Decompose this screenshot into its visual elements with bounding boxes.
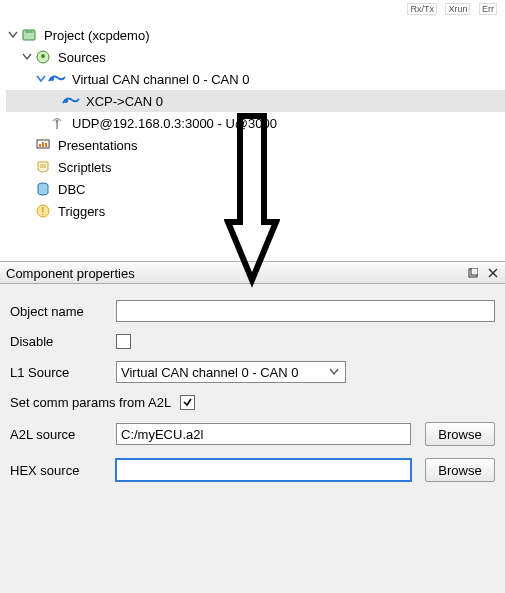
a2l-source-input[interactable] [116,423,411,445]
tree-node-virtual-can[interactable]: Virtual CAN channel 0 - CAN 0 [6,68,505,90]
hex-browse-button[interactable]: Browse [425,458,495,482]
can-channel-icon [62,92,80,110]
set-comm-label: Set comm params from A2L [10,395,180,410]
tree-label: DBC [56,181,87,198]
chevron-down-icon[interactable] [6,28,20,42]
svg-point-2 [41,54,45,58]
presentations-icon [34,136,52,154]
tree-node-presentations[interactable]: Presentations [6,134,505,156]
svg-point-5 [56,120,59,123]
disable-checkbox[interactable] [116,334,131,349]
component-properties-header: Component properties [0,262,505,284]
l1-source-label: L1 Source [10,365,116,380]
hex-source-label: HEX source [10,463,116,478]
tree-label: Triggers [56,203,107,220]
close-icon[interactable] [485,265,501,281]
svg-rect-14 [471,268,478,275]
svg-text:!: ! [42,206,45,217]
a2l-source-label: A2L source [10,427,116,442]
tree-label: Sources [56,49,108,66]
svg-point-3 [50,77,54,81]
chevron-down-icon[interactable] [34,72,48,86]
set-comm-checkbox[interactable] [180,395,195,410]
project-tree[interactable]: Project (xcpdemo) Sources Virtual CAN ch… [0,0,505,222]
tree-node-sources[interactable]: Sources [6,46,505,68]
dock-toggle-button[interactable] [465,265,481,281]
svg-rect-8 [42,142,44,147]
component-properties-panel: Object name Disable L1 Source Virtual CA… [0,284,505,504]
tree-label: Virtual CAN channel 0 - CAN 0 [70,71,252,88]
l1-source-select[interactable]: Virtual CAN channel 0 - CAN 0 [116,361,346,383]
l1-source-value: Virtual CAN channel 0 - CAN 0 [121,365,327,380]
tree-node-triggers[interactable]: ! Triggers [6,200,505,222]
object-name-label: Object name [10,304,116,319]
panel-title: Component properties [6,266,461,281]
svg-rect-9 [45,143,47,147]
status-xrun: Xrun [445,3,470,15]
tree-node-project[interactable]: Project (xcpdemo) [6,24,505,46]
status-err: Err [479,3,497,15]
tree-label: XCP->CAN 0 [84,93,165,110]
sources-icon [34,48,52,66]
triggers-icon: ! [34,202,52,220]
chevron-down-icon [327,368,341,376]
scriptlets-icon [34,158,52,176]
tree-label: Presentations [56,137,140,154]
tree-node-dbc[interactable]: DBC [6,178,505,200]
hex-source-input[interactable] [116,459,411,481]
tree-node-scriptlets[interactable]: Scriptlets [6,156,505,178]
tree-label: UDP@192.168.0.3:3000 - U@3000 [70,115,279,132]
project-icon [20,26,38,44]
svg-point-4 [64,99,68,103]
database-icon [34,180,52,198]
tree-label: Scriptlets [56,159,113,176]
disable-label: Disable [10,334,116,349]
can-channel-icon [48,70,66,88]
tree-label: Project (xcpdemo) [42,27,151,44]
network-antenna-icon [48,114,66,132]
svg-rect-7 [39,144,41,147]
status-rxtx: Rx/Tx [407,3,437,15]
tree-node-xcp-can[interactable]: XCP->CAN 0 [6,90,505,112]
a2l-browse-button[interactable]: Browse [425,422,495,446]
status-indicators: Rx/Tx Xrun Err [401,4,497,14]
chevron-down-icon[interactable] [20,50,34,64]
tree-node-udp[interactable]: UDP@192.168.0.3:3000 - U@3000 [6,112,505,134]
object-name-input[interactable] [116,300,495,322]
